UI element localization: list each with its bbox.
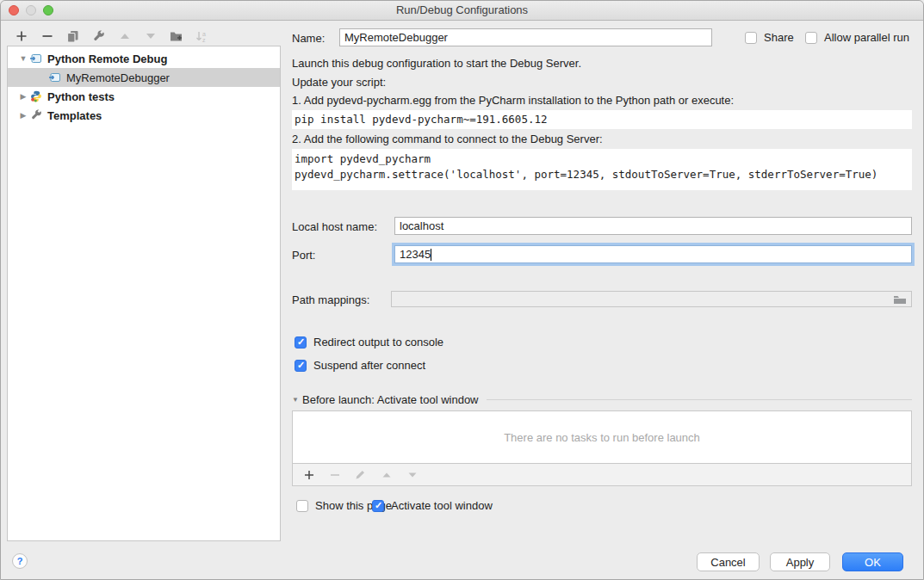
help-button[interactable]: ? bbox=[12, 553, 28, 569]
instruction-intro: Launch this debug configuration to start… bbox=[292, 57, 581, 70]
empty-task-list-text: There are no tasks to run before launch bbox=[504, 431, 700, 444]
suspend-after-connect-checkbox-group: Suspend after connect bbox=[295, 359, 425, 372]
before-launch-header[interactable]: ▼ Before launch: Activate tool window bbox=[292, 393, 912, 406]
activate-tool-window-checkbox-group: Activate tool window bbox=[372, 499, 493, 512]
activate-tool-window-checkbox[interactable] bbox=[372, 500, 384, 512]
svg-text:z: z bbox=[202, 36, 206, 42]
copy-icon[interactable] bbox=[65, 29, 80, 44]
instruction-step1: 1. Add pydevd-pycharm.egg from the PyCha… bbox=[292, 94, 734, 107]
path-mappings-field-wrapper bbox=[391, 291, 912, 307]
name-row: Name: Share Allow parallel run bbox=[292, 28, 912, 47]
python-tests-icon bbox=[28, 90, 43, 102]
svg-text:a: a bbox=[202, 30, 206, 36]
tree-item-python-remote-debug[interactable]: ▼ Python Remote Debug bbox=[8, 49, 280, 68]
instruction-step2: 2. Add the following command to connect … bbox=[292, 133, 603, 145]
redirect-output-checkbox-group: Redirect output to console bbox=[295, 336, 443, 349]
redirect-output-checkbox[interactable] bbox=[295, 336, 307, 349]
move-down-icon bbox=[143, 29, 158, 44]
titlebar[interactable]: Run/Debug Configurations bbox=[1, 1, 923, 21]
suspend-after-connect-checkbox[interactable] bbox=[295, 360, 307, 372]
code-line-2: pydevd_pycharm.settrace('localhost', por… bbox=[295, 167, 912, 182]
tree-item-python-tests[interactable]: ▶ Python tests bbox=[8, 87, 280, 106]
before-launch-title: Before launch: Activate tool window bbox=[302, 393, 479, 406]
chevron-down-icon[interactable]: ▼ bbox=[292, 396, 302, 404]
text-caret bbox=[431, 249, 431, 261]
name-input[interactable] bbox=[340, 29, 711, 46]
suspend-after-connect-label: Suspend after connect bbox=[313, 359, 425, 372]
settrace-code-block: import pydevd_pycharm pydevd_pycharm.set… bbox=[292, 149, 912, 190]
window-title: Run/Debug Configurations bbox=[1, 1, 923, 20]
activate-tool-window-label: Activate tool window bbox=[391, 499, 493, 512]
show-this-page-checkbox[interactable] bbox=[296, 500, 308, 512]
chevron-right-icon[interactable]: ▶ bbox=[18, 111, 28, 120]
allow-parallel-checkbox-group: Allow parallel run bbox=[805, 31, 909, 44]
instruction-update: Update your script: bbox=[292, 76, 386, 89]
wrench-icon bbox=[28, 109, 43, 121]
chevron-right-icon[interactable]: ▶ bbox=[18, 92, 28, 101]
redirect-output-label: Redirect output to console bbox=[313, 336, 443, 349]
share-checkbox[interactable] bbox=[745, 32, 757, 44]
chevron-down-icon[interactable]: ▼ bbox=[18, 54, 28, 63]
path-mappings-row: Path mappings: bbox=[292, 290, 912, 309]
remove-icon[interactable] bbox=[40, 29, 54, 44]
port-row: Port: bbox=[292, 244, 912, 265]
move-up-icon bbox=[117, 29, 132, 44]
name-field-wrapper bbox=[339, 28, 712, 46]
local-host-row: Local host name: bbox=[292, 217, 912, 236]
remote-debug-icon bbox=[28, 52, 43, 65]
tree-item-label: Python tests bbox=[47, 90, 115, 103]
share-checkbox-group: Share bbox=[745, 31, 794, 44]
allow-parallel-run-label: Allow parallel run bbox=[824, 31, 909, 44]
configurations-tree: ▼ Python Remote Debug MyRemoteDebugger ▶… bbox=[7, 46, 281, 541]
tree-item-label: Templates bbox=[47, 109, 102, 122]
tree-item-label: Python Remote Debug bbox=[47, 52, 167, 65]
before-launch-toolbar bbox=[292, 464, 912, 486]
add-icon[interactable] bbox=[301, 467, 316, 482]
add-icon[interactable] bbox=[14, 29, 28, 44]
name-label: Name: bbox=[292, 32, 325, 45]
share-label: Share bbox=[764, 31, 794, 44]
new-folder-icon[interactable] bbox=[169, 29, 183, 44]
ok-button[interactable]: OK bbox=[842, 552, 903, 571]
code-line-1: import pydevd_pycharm bbox=[295, 151, 912, 167]
tree-item-myremotedebugger[interactable]: MyRemoteDebugger bbox=[8, 68, 280, 87]
allow-parallel-run-checkbox[interactable] bbox=[805, 32, 817, 44]
port-label: Port: bbox=[292, 249, 315, 262]
move-up-icon bbox=[379, 467, 394, 482]
remote-debug-icon bbox=[47, 71, 62, 83]
before-launch-task-list[interactable]: There are no tasks to run before launch bbox=[292, 410, 912, 464]
configurations-toolbar: az bbox=[14, 27, 209, 46]
tree-item-templates[interactable]: ▶ Templates bbox=[8, 106, 280, 125]
section-divider bbox=[487, 399, 912, 400]
local-host-label: Local host name: bbox=[292, 220, 377, 233]
folder-icon[interactable] bbox=[893, 293, 907, 307]
local-host-input[interactable] bbox=[395, 218, 911, 234]
remove-icon bbox=[327, 467, 342, 482]
edit-defaults-wrench-icon[interactable] bbox=[91, 29, 106, 44]
pip-command-code: pip install pydevd-pycharm~=191.6605.12 bbox=[292, 110, 912, 129]
path-mappings-label: Path mappings: bbox=[292, 293, 369, 306]
sort-alphabetically-icon: az bbox=[195, 29, 209, 44]
port-field-wrapper bbox=[394, 245, 912, 263]
tree-item-label: MyRemoteDebugger bbox=[66, 71, 170, 84]
local-host-field-wrapper bbox=[394, 217, 912, 235]
path-mappings-input[interactable] bbox=[392, 292, 911, 306]
apply-button[interactable]: Apply bbox=[770, 552, 830, 571]
edit-pencil-icon bbox=[353, 467, 368, 482]
port-input[interactable] bbox=[395, 246, 911, 262]
run-debug-configurations-dialog: Run/Debug Configurations az ▼ bbox=[0, 0, 924, 580]
cancel-button[interactable]: Cancel bbox=[697, 552, 760, 571]
move-down-icon bbox=[405, 467, 419, 482]
